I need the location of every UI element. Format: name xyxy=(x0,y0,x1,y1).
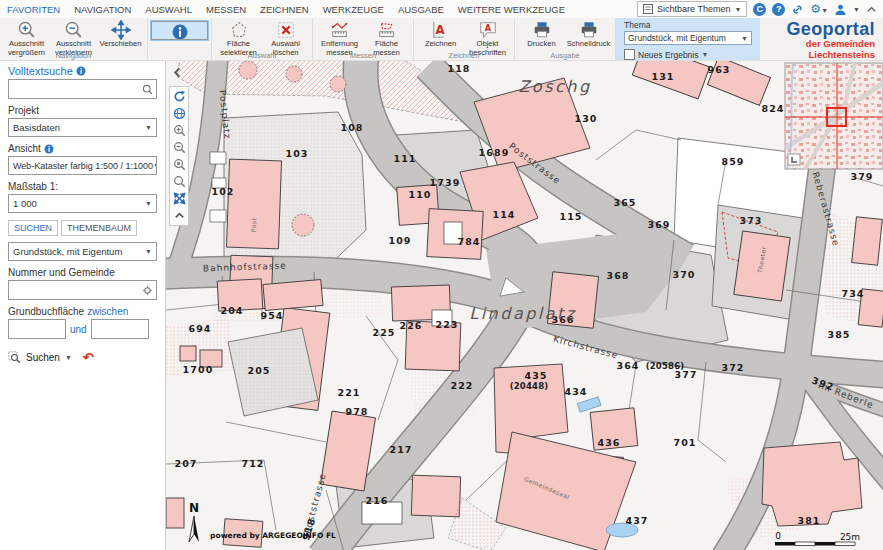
zoom-out-icon[interactable] xyxy=(173,141,186,154)
pan-button[interactable]: Verschieben xyxy=(97,19,144,49)
locate-icon[interactable] xyxy=(142,285,153,296)
suchen-label: Suchen xyxy=(26,352,60,363)
tab-themenbaum[interactable]: THEMENBAUM xyxy=(61,220,137,236)
map-label: 0 xyxy=(775,531,781,541)
globe-icon[interactable] xyxy=(173,107,186,120)
nummer-gemeinde-input[interactable] xyxy=(12,284,142,297)
parcel-label: 978 xyxy=(345,406,368,417)
search-icon[interactable] xyxy=(142,84,153,95)
caret-down-icon: ▼ xyxy=(153,162,157,169)
parcel-label: 377 xyxy=(674,369,697,380)
group-caption: Ausgabe xyxy=(515,51,615,60)
caret-down-icon: ▼ xyxy=(701,51,708,58)
parcel-label: 369 xyxy=(647,219,670,230)
zoom-in-icon[interactable] xyxy=(173,124,186,137)
collapse-ribbon-icon[interactable] xyxy=(866,4,877,15)
ribbon-tab-zeichnen[interactable]: ZEICHNEN xyxy=(253,2,316,17)
parcel-label: 205 xyxy=(247,365,270,376)
reset-search-icon[interactable]: ↶ xyxy=(83,351,94,364)
nummer-input-wrap xyxy=(8,280,157,300)
overview-inset-map[interactable] xyxy=(785,63,883,169)
thema-value: Grundstück, mit Eigentum xyxy=(628,33,726,43)
map-canvas[interactable]: 1189631311308241081031689111859173910211… xyxy=(166,60,883,550)
group-messen: Entfernung messen Fläche messen Messen xyxy=(313,18,414,60)
parcel-label: 784 xyxy=(457,236,480,247)
map-label: 25m xyxy=(840,532,860,542)
suchtyp-select[interactable]: Grundstück, mit Eigentum ▼ xyxy=(8,242,157,261)
tool-label: Verschieben xyxy=(100,40,142,49)
zoom-rectangle-icon[interactable] xyxy=(173,158,186,171)
parcel-label: 222 xyxy=(450,380,473,391)
settings-gear-icon[interactable]: ⚙▼ xyxy=(810,3,828,15)
tool-label: Zeichnen xyxy=(425,40,456,49)
link-icon[interactable] xyxy=(791,3,804,16)
map-label: Zoschg xyxy=(518,77,591,96)
ribbon-tab-navigation[interactable]: NAVIGATION xyxy=(67,2,138,17)
parcel-label: 954 xyxy=(260,310,283,321)
parcel-label: 223 xyxy=(435,319,458,330)
parcel-label: 225 xyxy=(372,327,395,338)
map-label: Post xyxy=(250,217,258,232)
caret-down-icon: ▼ xyxy=(741,35,748,42)
refresh-icon[interactable] xyxy=(173,90,186,103)
group-caption: Auswahl xyxy=(212,51,312,60)
ansicht-select[interactable]: Web-Kataster farbig 1:500 / 1:1000 ▼ xyxy=(8,156,157,175)
ansicht-value: Web-Kataster farbig 1:500 / 1:1000 xyxy=(13,161,153,171)
sichtbare-themen-button[interactable]: Sichtbare Themen ▼ xyxy=(637,1,747,17)
draw-button[interactable]: A Zeichnen xyxy=(417,19,464,49)
label-bubble-icon: A xyxy=(478,20,498,40)
print-button[interactable]: Drucken xyxy=(518,19,565,49)
ribbon-toolbar: Ausschnitt vergrößern Ausschnitt verklei… xyxy=(0,18,883,61)
search-selection-icon xyxy=(8,351,21,364)
tool-label: Schnelldruck xyxy=(567,40,610,49)
grundbuchflaeche-label: Grundbuchfläche xyxy=(8,306,84,317)
help-icon[interactable]: ? xyxy=(772,3,785,16)
caret-down-icon: ▼ xyxy=(65,354,72,361)
parcel-label: 365 xyxy=(613,197,636,208)
massstab-value: 1 000 xyxy=(13,198,37,209)
group-zeichnen: A Zeichnen A Objekt beschriften Zeichnen xyxy=(414,18,515,60)
ribbon-tab-weitere-werkzeuge[interactable]: WEITERE WERKZEUGE xyxy=(451,2,572,17)
parcel-label: 694 xyxy=(188,323,211,334)
parcel-label: 207 xyxy=(174,458,197,469)
ribbon-tab-messen[interactable]: MESSEN xyxy=(199,2,253,17)
neues-ergebnis-checkbox[interactable]: Neues Ergebnis ▼ xyxy=(624,49,708,60)
zoom-last-icon[interactable] xyxy=(173,175,186,188)
parcel-label: 364 xyxy=(616,360,639,371)
suchen-button[interactable]: Suchen ▼ ↶ xyxy=(8,351,157,364)
parcel-label: 1739 xyxy=(430,177,461,188)
full-extent-icon[interactable] xyxy=(173,192,186,205)
parcel-label: 217 xyxy=(389,444,412,455)
parcel-label: 115 xyxy=(559,211,582,222)
flaeche-von-input[interactable] xyxy=(12,323,62,336)
ribbon-tab-auswahl[interactable]: AUSWAHL xyxy=(138,2,199,17)
flaeche-bis-input[interactable] xyxy=(95,323,145,336)
zwischen-link[interactable]: zwischen xyxy=(87,306,128,317)
quick-print-button[interactable]: Schnelldruck xyxy=(565,19,612,49)
collapse-strip-icon[interactable] xyxy=(173,209,186,222)
parcel-label: 368 xyxy=(606,270,629,281)
history-icon[interactable]: C xyxy=(753,3,766,16)
parcel-label: 1700 xyxy=(183,364,214,375)
inset-corner-button[interactable] xyxy=(788,154,800,165)
projekt-select[interactable]: Basisdaten ▼ xyxy=(8,118,157,137)
massstab-select[interactable]: 1 000 ▼ xyxy=(8,194,157,213)
move-arrows-icon xyxy=(111,20,131,40)
geoportal-logo: Geoportal der Gemeinden Liechtensteins xyxy=(778,18,883,60)
parcel-label: 385 xyxy=(827,329,850,340)
projekt-label: Projekt xyxy=(8,105,157,116)
ribbon-tab-ausgabe[interactable]: AUSGABE xyxy=(391,2,451,17)
ribbon-tab-favoriten[interactable]: FAVORITEN xyxy=(0,2,67,17)
group-ausgabe: Drucken Schnelldruck Ausgabe xyxy=(515,18,616,60)
tab-suchen[interactable]: SUCHEN xyxy=(8,220,58,236)
ribbon-tab-werkzeuge[interactable]: WERKZEUGE xyxy=(316,2,391,17)
map-label: N xyxy=(189,501,199,515)
collapse-sidebar-button[interactable] xyxy=(169,64,185,80)
projekt-value: Basisdaten xyxy=(13,122,60,133)
volltextsuche-input[interactable] xyxy=(12,83,142,96)
suchtyp-value: Grundstück, mit Eigentum xyxy=(13,246,122,257)
identify-button[interactable]: Identifizieren xyxy=(151,21,208,40)
printer-icon xyxy=(579,20,599,40)
user-icon[interactable] xyxy=(834,3,847,16)
thema-select[interactable]: Grundstück, mit Eigentum ▼ xyxy=(624,31,752,45)
